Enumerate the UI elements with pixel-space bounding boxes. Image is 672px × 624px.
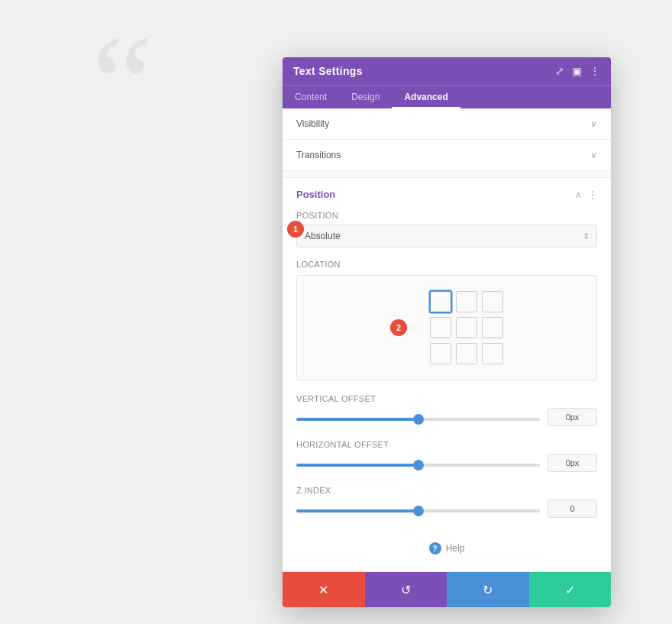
badge-1: 1 bbox=[287, 221, 304, 238]
horizontal-offset-slider-row bbox=[296, 454, 597, 472]
position-select-wrapper: Default Relative Absolute Fixed ⇕ bbox=[296, 225, 597, 247]
location-grid-container: 2 bbox=[296, 275, 597, 380]
modal-body: Visibility ∨ Transitions ∨ Position ∧ ⋮ … bbox=[283, 108, 611, 572]
position-more-icon[interactable]: ⋮ bbox=[588, 189, 597, 200]
position-collapse-icon[interactable]: ∧ bbox=[575, 189, 582, 200]
z-index-label: Z Index bbox=[296, 486, 597, 495]
z-index-slider[interactable] bbox=[296, 509, 540, 512]
grid-cell-7[interactable] bbox=[456, 343, 477, 364]
grid-cell-3[interactable] bbox=[430, 317, 451, 338]
z-index-track bbox=[296, 502, 540, 516]
reset-button[interactable]: ↺ bbox=[365, 572, 447, 607]
position-section: Position ∧ ⋮ 1 Position Default Relative… bbox=[283, 177, 611, 572]
grid-cell-0[interactable] bbox=[430, 291, 451, 312]
modal-footer: ✕ ↺ ↻ ✓ bbox=[283, 572, 611, 607]
grid-badge-wrapper: 2 bbox=[390, 291, 503, 364]
expand-icon[interactable]: ⤢ bbox=[555, 65, 564, 77]
position-section-header: Position ∧ ⋮ bbox=[296, 189, 597, 200]
location-label: Location bbox=[296, 260, 597, 269]
split-icon[interactable]: ▣ bbox=[572, 65, 582, 77]
position-select[interactable]: Default Relative Absolute Fixed bbox=[296, 225, 597, 247]
badge-2: 2 bbox=[390, 319, 407, 336]
z-index-field: Z Index bbox=[296, 486, 597, 518]
grid-cell-8[interactable] bbox=[482, 343, 503, 364]
more-icon[interactable]: ⋮ bbox=[590, 65, 600, 77]
help-icon[interactable]: ? bbox=[429, 542, 441, 554]
vertical-offset-label: Vertical Offset bbox=[296, 394, 597, 403]
tab-design[interactable]: Design bbox=[339, 86, 392, 108]
tab-content[interactable]: Content bbox=[283, 86, 339, 108]
location-field: Location 2 bbox=[296, 260, 597, 380]
transitions-row[interactable]: Transitions ∨ bbox=[283, 140, 611, 171]
z-index-slider-row bbox=[296, 500, 597, 518]
vertical-offset-input[interactable] bbox=[548, 408, 597, 426]
visibility-chevron: ∨ bbox=[590, 118, 597, 129]
vertical-offset-track bbox=[296, 410, 540, 424]
cancel-button[interactable]: ✕ bbox=[283, 572, 365, 607]
help-row: ? Help bbox=[296, 532, 597, 561]
redo-button[interactable]: ↻ bbox=[447, 572, 529, 607]
position-header-icons: ∧ ⋮ bbox=[575, 189, 597, 200]
position-field-label: Position bbox=[296, 211, 597, 220]
vertical-offset-slider[interactable] bbox=[296, 418, 540, 421]
grid-cell-5[interactable] bbox=[482, 317, 503, 338]
background-quote: “ bbox=[92, 15, 153, 153]
horizontal-offset-input[interactable] bbox=[548, 454, 597, 472]
transitions-chevron: ∨ bbox=[590, 150, 597, 160]
header-icons: ⤢ ▣ ⋮ bbox=[555, 65, 600, 77]
horizontal-offset-slider[interactable] bbox=[296, 464, 540, 467]
transitions-label: Transitions bbox=[296, 150, 341, 160]
modal-title: Text Settings bbox=[293, 65, 363, 77]
vertical-offset-slider-row bbox=[296, 408, 597, 426]
position-section-title: Position bbox=[296, 189, 335, 200]
visibility-label: Visibility bbox=[296, 118, 329, 129]
grid-cell-4[interactable] bbox=[456, 317, 477, 338]
z-index-input[interactable] bbox=[548, 500, 597, 518]
tabs-bar: Content Design Advanced bbox=[283, 85, 611, 108]
save-button[interactable]: ✓ bbox=[529, 572, 612, 607]
position-field-wrapper: 1 Position Default Relative Absolute Fix… bbox=[296, 211, 597, 247]
text-settings-modal: Text Settings ⤢ ▣ ⋮ Content Design Advan… bbox=[283, 57, 611, 607]
help-text: Help bbox=[446, 543, 465, 554]
grid-cell-2[interactable] bbox=[482, 291, 503, 312]
visibility-row[interactable]: Visibility ∨ bbox=[283, 108, 611, 140]
horizontal-offset-track bbox=[296, 456, 540, 470]
grid-cell-6[interactable] bbox=[430, 343, 451, 364]
tab-advanced[interactable]: Advanced bbox=[392, 86, 460, 108]
horizontal-offset-field: Horizontal Offset bbox=[296, 440, 597, 472]
grid-cell-1[interactable] bbox=[456, 291, 477, 312]
vertical-offset-field: Vertical Offset bbox=[296, 394, 597, 426]
modal-header: Text Settings ⤢ ▣ ⋮ bbox=[283, 57, 611, 85]
location-grid bbox=[430, 291, 503, 364]
horizontal-offset-label: Horizontal Offset bbox=[296, 440, 597, 449]
